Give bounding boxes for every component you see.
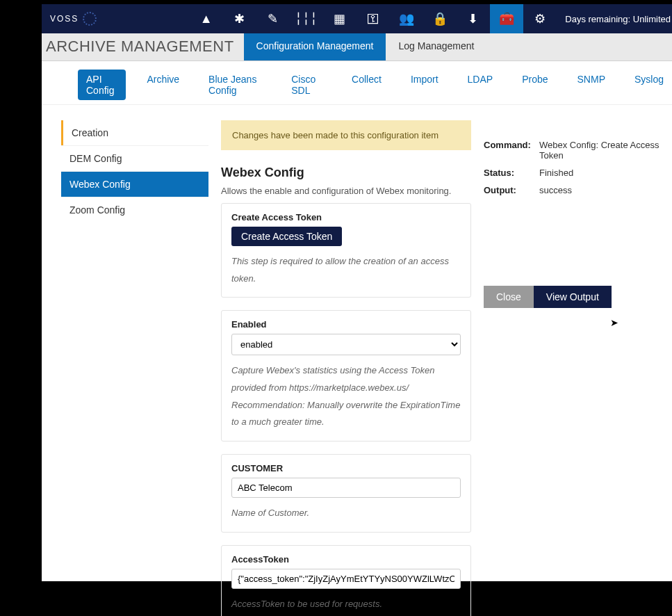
result-value: Finished <box>539 168 664 178</box>
form-title: Webex Config <box>221 165 471 180</box>
brand: VOSS <box>42 12 181 26</box>
result-row: Status:Finished <box>484 168 664 178</box>
users-icon[interactable]: 👥 <box>390 4 423 33</box>
close-button[interactable]: Close <box>484 286 534 308</box>
side-zoom-config[interactable]: Zoom Config <box>61 197 208 222</box>
gear-icon[interactable]: ⚙ <box>523 4 557 33</box>
pin-icon[interactable]: ✎ <box>256 4 290 33</box>
download-icon[interactable]: ⬇ <box>457 4 490 33</box>
side-creation[interactable]: Creation <box>61 120 208 145</box>
result-key: Output: <box>484 185 539 195</box>
create-token-help: This step is required to allow the creat… <box>231 253 461 287</box>
result-panel: Command:Webex Config: Create Access Toke… <box>484 120 664 616</box>
result-row: Command:Webex Config: Create Access Toke… <box>484 140 664 161</box>
enabled-label: Enabled <box>231 319 461 330</box>
side-webex-config[interactable]: Webex Config <box>61 171 208 197</box>
subnav-archive[interactable]: Archive <box>138 70 188 100</box>
customer-panel: CUSTOMER Name of Customer. <box>221 454 471 533</box>
subnav-snmp[interactable]: SNMP <box>569 70 614 100</box>
subnav-api-config[interactable]: API Config <box>78 70 126 100</box>
enabled-select[interactable]: enabled <box>231 334 461 355</box>
access-token-panel: AccessToken AccessToken to be used for r… <box>221 545 471 616</box>
days-remaining: Days remaining: Unlimited <box>565 14 672 24</box>
customer-input[interactable] <box>231 478 461 498</box>
subnav-collect[interactable]: Collect <box>343 70 390 100</box>
side-nav: CreationDEM ConfigWebex ConfigZoom Confi… <box>61 120 208 616</box>
subnav-syslog[interactable]: Syslog <box>626 70 672 100</box>
calendar-icon[interactable]: ▦ <box>323 4 357 33</box>
enabled-panel: Enabled enabled Capture Webex's statisti… <box>221 310 471 441</box>
result-value: Webex Config: Create Access Token <box>539 140 664 161</box>
alert-icon[interactable]: ▲ <box>190 4 223 33</box>
key-icon[interactable]: ⚿ <box>357 4 390 33</box>
subnav-cisco-sdl[interactable]: Cisco SDL <box>283 70 331 100</box>
create-token-label: Create Access Token <box>231 212 461 222</box>
subnav: API ConfigArchiveBlue Jeans ConfigCisco … <box>42 61 672 105</box>
page-title: ARCHIVE MANAGEMENT <box>42 33 244 60</box>
access-token-input[interactable] <box>231 569 461 589</box>
side-dem-config[interactable]: DEM Config <box>61 145 208 171</box>
topbar: VOSS ▲✱✎╎╎╎▦⚿👥🔒⬇🧰⚙ Days remaining: Unlim… <box>42 4 672 33</box>
create-token-panel: Create Access Token Create Access Token … <box>221 203 471 298</box>
access-token-help: AccessToken to be used for requests. <box>231 596 461 613</box>
brand-text: VOSS <box>50 14 79 24</box>
customer-label: CUSTOMER <box>231 463 461 473</box>
lock-icon[interactable]: 🔒 <box>423 4 457 33</box>
enabled-help: Capture Webex's statistics using the Acc… <box>231 362 461 431</box>
access-token-label: AccessToken <box>231 554 461 565</box>
result-key: Status: <box>484 168 539 178</box>
sliders-icon[interactable]: ╎╎╎ <box>290 4 323 33</box>
config-changed-alert: Changes have been made to this configura… <box>221 120 471 150</box>
customer-help: Name of Customer. <box>231 505 461 522</box>
subnav-blue-jeans-config[interactable]: Blue Jeans Config <box>200 70 270 100</box>
tabstrip: ARCHIVE MANAGEMENT Configuration Managem… <box>42 33 672 61</box>
tab-configuration-management[interactable]: Configuration Management <box>244 33 386 60</box>
form-subtitle: Allows the enable and configuration of W… <box>221 186 471 196</box>
subnav-probe[interactable]: Probe <box>514 70 556 100</box>
subnav-import[interactable]: Import <box>402 70 447 100</box>
view-output-button[interactable]: View Output <box>534 286 612 308</box>
result-row: Output:success <box>484 185 664 195</box>
result-value: success <box>539 185 664 195</box>
globe-icon[interactable]: ✱ <box>223 4 256 33</box>
create-access-token-button[interactable]: Create Access Token <box>231 227 342 246</box>
main-column: Changes have been made to this configura… <box>221 120 471 616</box>
briefcase-icon[interactable]: 🧰 <box>490 4 523 33</box>
subnav-ldap[interactable]: LDAP <box>459 70 502 100</box>
result-key: Command: <box>484 140 539 161</box>
brand-logo-icon <box>83 12 97 26</box>
tab-log-management[interactable]: Log Management <box>386 33 486 60</box>
